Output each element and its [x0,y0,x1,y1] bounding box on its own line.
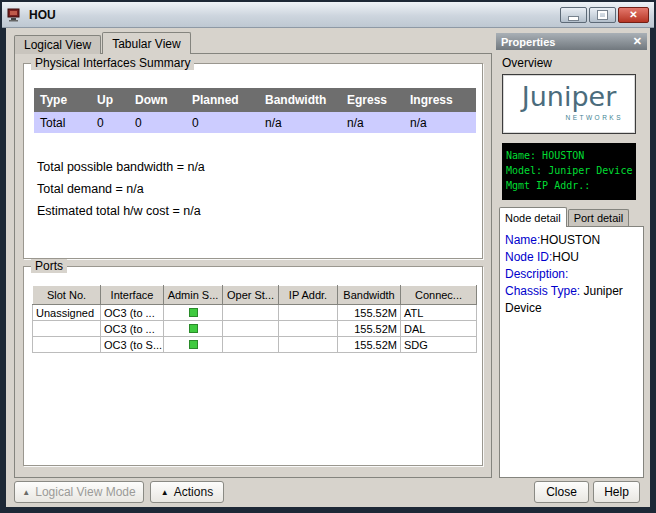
detail-line-name: Name:HOUSTON [505,232,638,249]
note-estimated-cost: Estimated total h/w cost = n/a [37,200,205,222]
column-header-connec[interactable]: Connec... [401,286,477,305]
column-header-slot[interactable]: Slot No. [33,286,101,305]
note-total-bandwidth: Total possible bandwidth = n/a [37,156,205,178]
actions-button[interactable]: ▲ Actions [150,481,224,503]
cell-ip-addr [279,321,338,337]
column-header: Bandwidth [259,88,341,112]
help-label: Help [604,485,629,499]
cell-interface: OC3 (to S... [101,337,164,353]
tab-logical-view[interactable]: Logical View [14,35,101,54]
window-icon [7,8,23,22]
close-icon: ✕ [633,35,642,47]
tabular-view-panel: Physical Interfaces Summary Type Up Down… [14,53,492,478]
detail-line-chassis-type: Chassis Type: Juniper Device [505,283,638,317]
admin-status-up-icon [189,340,198,349]
group-title: Physical Interfaces Summary [31,56,194,70]
cell-slot [33,337,101,353]
column-header-interface[interactable]: Interface [101,286,164,305]
close-label: Close [546,485,577,499]
cell-type: Total [34,112,91,133]
terminal-line-name: Name: HOUSTON [506,148,632,163]
properties-body: Overview Juniper NETWORKS Name: HOUSTON … [496,50,647,478]
ports-header-row: Slot No. Interface Admin S... Oper St...… [33,286,477,305]
close-window-button[interactable]: ✕ [618,7,649,23]
window-title: HOU [29,8,56,22]
cell-ingress: n/a [404,112,476,133]
minimize-button[interactable] [560,7,587,23]
tab-tabular-view[interactable]: Tabular View [102,32,190,54]
cell-ip-addr [279,337,338,353]
cell-oper-status [223,305,279,321]
actions-label: Actions [174,485,213,499]
logical-view-mode-button[interactable]: ▲ Logical View Mode [14,481,144,503]
minimize-icon [569,17,578,20]
app-body: Logical View Tabular View Physical Inter… [6,28,650,507]
ports-group: Ports Slot No. Interface Admin S... Oper… [23,266,483,466]
close-icon: ✕ [629,9,637,20]
view-tab-bar: Logical View Tabular View [14,32,192,54]
cell-interface: OC3 (to ... [101,305,164,321]
column-header: Planned [186,88,259,112]
cell-admin-status [164,305,223,321]
close-button[interactable]: Close [534,481,589,503]
ports-table: Slot No. Interface Admin S... Oper St...… [32,285,477,353]
column-header: Type [34,88,91,112]
cell-up: 0 [91,112,129,133]
cell-connec: ATL [401,305,477,321]
detail-tab-bar: Node detail Port detail [499,207,644,226]
table-row[interactable]: Unassigned OC3 (to ... 155.52M ATL [33,305,477,321]
cell-connec: DAL [401,321,477,337]
cell-admin-status [164,337,223,353]
terminal-line-model: Model: Juniper Device [506,163,632,178]
app-window: HOU ✕ Logical View Tabular View Physical… [0,0,656,513]
column-header: Up [91,88,129,112]
help-button[interactable]: Help [593,481,640,503]
juniper-logo: Juniper NETWORKS [502,74,636,134]
title-bar[interactable]: HOU ✕ [2,2,654,28]
juniper-logo-subtext: NETWORKS [565,114,623,121]
admin-status-up-icon [189,308,198,317]
column-header-bandwidth[interactable]: Bandwidth [338,286,401,305]
cell-ip-addr [279,305,338,321]
terminal-line-mgmt-ip: Mgmt IP Addr.: [506,178,632,193]
cell-bandwidth: 155.52M [338,305,401,321]
cell-oper-status [223,337,279,353]
cell-bandwidth: 155.52M [338,337,401,353]
tab-port-detail[interactable]: Port detail [568,209,630,226]
collapse-arrow-icon: ▲ [161,488,169,497]
column-header: Egress [341,88,404,112]
column-header: Ingress [404,88,476,112]
cell-planned: 0 [186,112,259,133]
column-header-oper-status[interactable]: Oper St... [223,286,279,305]
node-detail-panel: Name:HOUSTON Node ID:HOU Description: Ch… [499,226,644,478]
table-row[interactable]: OC3 (to S... 155.52M SDG [33,337,477,353]
group-title: Ports [31,259,67,273]
column-header: Down [129,88,186,112]
maximize-button[interactable] [589,7,616,23]
cell-bandwidth: 155.52M [338,321,401,337]
properties-panel: Properties ✕ Overview Juniper NETWORKS N… [496,33,647,478]
summary-notes: Total possible bandwidth = n/a Total dem… [37,156,205,222]
table-row[interactable]: Total 0 0 0 n/a n/a n/a [34,112,476,133]
maximize-icon [598,11,607,19]
logical-view-mode-label: Logical View Mode [35,485,136,499]
cell-slot: Unassigned [33,305,101,321]
column-header-admin-status[interactable]: Admin S... [164,286,223,305]
cell-interface: OC3 (to ... [101,321,164,337]
cell-bandwidth: n/a [259,112,341,133]
properties-close-button[interactable]: ✕ [633,36,642,47]
table-row[interactable]: OC3 (to ... 155.52M DAL [33,321,477,337]
physical-interfaces-summary-group: Physical Interfaces Summary Type Up Down… [23,63,483,259]
column-header-ip-addr[interactable]: IP Addr. [279,286,338,305]
tab-node-detail[interactable]: Node detail [499,207,567,226]
properties-header: Properties ✕ [496,33,647,50]
cell-down: 0 [129,112,186,133]
note-total-demand: Total demand = n/a [37,178,205,200]
detail-line-description: Description: [505,266,638,283]
overview-label: Overview [502,56,644,70]
properties-title: Properties [501,36,555,48]
device-info-terminal: Name: HOUSTON Model: Juniper Device Mgmt… [502,143,636,200]
cell-connec: SDG [401,337,477,353]
detail-line-node-id: Node ID:HOU [505,249,638,266]
collapse-arrow-icon: ▲ [22,488,30,497]
